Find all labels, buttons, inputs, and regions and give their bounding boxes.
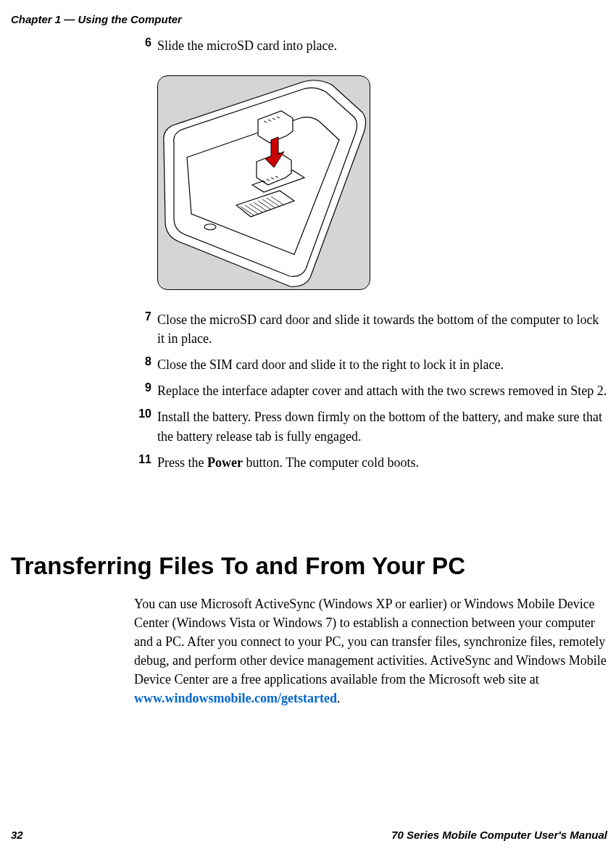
getstarted-link[interactable]: www.windowsmobile.com/getstarted — [134, 691, 337, 705]
step-7: 7 Close the microSD card door and slide … — [134, 310, 608, 348]
step-text-prefix: Press the — [157, 455, 207, 470]
step-number: 7 — [134, 310, 157, 348]
manual-title: 70 Series Mobile Computer User's Manual — [391, 829, 607, 841]
step-number: 10 — [134, 407, 157, 445]
microsd-insert-illustration — [157, 75, 370, 290]
step-number: 8 — [134, 355, 157, 374]
step-number: 6 — [134, 36, 157, 55]
step-number: 11 — [134, 453, 157, 472]
step-text-suffix: button. The computer cold boots. — [243, 455, 419, 470]
step-text: Slide the microSD card into place. — [157, 36, 608, 55]
step-text: Close the microSD card door and slide it… — [157, 310, 608, 348]
paragraph-text: You can use Microsoft ActiveSync (Window… — [134, 597, 607, 687]
step-text: Install the battery. Press down firmly o… — [157, 407, 608, 445]
step-10: 10 Install the battery. Press down firml… — [134, 407, 608, 445]
section-paragraph: You can use Microsoft ActiveSync (Window… — [134, 594, 608, 708]
section-body: You can use Microsoft ActiveSync (Window… — [134, 594, 608, 708]
step-text: Press the Power button. The computer col… — [157, 453, 608, 472]
step-9: 9 Replace the interface adapter cover an… — [134, 381, 608, 400]
step-8: 8 Close the SIM card door and slide it t… — [134, 355, 608, 374]
page-content: 6 Slide the microSD card into place. — [134, 36, 608, 479]
step-6: 6 Slide the microSD card into place. — [134, 36, 608, 55]
svg-point-8 — [204, 224, 216, 230]
step-number: 9 — [134, 381, 157, 400]
step-text: Close the SIM card door and slide it to … — [157, 355, 608, 374]
step-11: 11 Press the Power button. The computer … — [134, 453, 608, 472]
page-header: Chapter 1 — Using the Computer — [11, 13, 182, 25]
power-button-label: Power — [207, 455, 243, 470]
step-text: Replace the interface adapter cover and … — [157, 381, 608, 400]
page-number: 32 — [11, 829, 23, 841]
paragraph-suffix: . — [337, 691, 341, 705]
illustration-container — [157, 75, 608, 290]
section-heading: Transferring Files To and From Your PC — [11, 552, 465, 580]
